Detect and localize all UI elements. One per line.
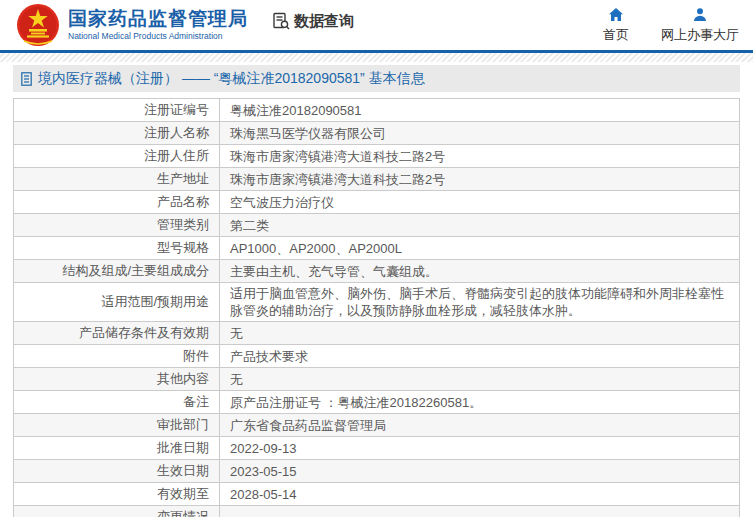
row-label-text: 管理类别 (157, 216, 209, 234)
row-value: 主要由主机、充气导管、气囊组成。 (220, 260, 739, 282)
registration-info-table: 注册证编号粤械注准20182090581注册人名称珠海黑马医学仪器有限公司注册人… (13, 98, 740, 517)
row-label-text: 附件 (183, 347, 209, 365)
row-value: 2028-05-14 (220, 483, 739, 505)
national-emblem-logo (16, 3, 60, 47)
row-value: 原产品注册证号 ：粤械注准20182260581。 (220, 391, 739, 413)
row-label: 备注 (14, 391, 220, 413)
header-nav: 首页 网上办事大厅 (603, 7, 739, 44)
table-row: 变更情况 (14, 506, 739, 517)
row-label-text: 产品储存条件及有效期 (79, 324, 209, 342)
nav-service-hall-label: 网上办事大厅 (661, 26, 739, 44)
table-row: 型号规格AP1000、AP2000、AP2000L (14, 237, 739, 260)
site-title: 国家药品监督管理局 (68, 8, 248, 30)
table-row: 注册人名称珠海黑马医学仪器有限公司 (14, 122, 739, 145)
hatch-strip (0, 53, 753, 62)
table-row: 审批部门广东省食品药品监督管理局 (14, 414, 739, 437)
row-label: 结构及组成/主要组成成分 (14, 260, 220, 282)
row-label-text: 结构及组成/主要组成成分 (62, 262, 209, 280)
row-label-text: 注册人住所 (144, 147, 209, 165)
row-label: 有效期至 (14, 483, 220, 505)
table-row: 其他内容无 (14, 368, 739, 391)
home-icon (608, 7, 624, 23)
row-value: 无 (220, 322, 739, 344)
row-label-text: 产品名称 (157, 193, 209, 211)
row-value: AP1000、AP2000、AP2000L (220, 237, 739, 259)
table-row: 有效期至2028-05-14 (14, 483, 739, 506)
table-row: 管理类别第二类 (14, 214, 739, 237)
table-row: 注册证编号粤械注准20182090581 (14, 99, 739, 122)
page-title-bar: 境内医疗器械（注册） —— “粤械注准20182090581” 基本信息 (13, 65, 740, 92)
row-label: 变更情况 (14, 506, 220, 517)
row-value: 产品技术要求 (220, 345, 739, 367)
row-label: 生产地址 (14, 168, 220, 190)
row-value: 无 (220, 368, 739, 390)
row-value (220, 506, 739, 517)
row-label: 注册人名称 (14, 122, 220, 144)
row-value: 粤械注准20182090581 (220, 99, 739, 121)
nav-home-label: 首页 (603, 26, 629, 44)
row-label: 注册人住所 (14, 145, 220, 167)
row-label: 适用范围/预期用途 (14, 283, 220, 321)
nav-home[interactable]: 首页 (603, 7, 629, 44)
document-search-icon (272, 12, 290, 30)
nav-service-hall[interactable]: 网上办事大厅 (661, 7, 739, 44)
row-label: 产品名称 (14, 191, 220, 213)
row-label: 管理类别 (14, 214, 220, 236)
row-value: 空气波压力治疗仪 (220, 191, 739, 213)
row-label: 审批部门 (14, 414, 220, 436)
page-title: 境内医疗器械（注册） —— “粤械注准20182090581” 基本信息 (38, 70, 425, 88)
row-value: 适用于脑血管意外、脑外伤、脑手术后、脊髓病变引起的肢体功能障碍和外周非栓塞性脉管… (220, 283, 739, 321)
table-row: 适用范围/预期用途适用于脑血管意外、脑外伤、脑手术后、脊髓病变引起的肢体功能障碍… (14, 283, 739, 322)
row-label-text: 生产地址 (157, 170, 209, 188)
row-label: 生效日期 (14, 460, 220, 482)
row-value: 2023-05-15 (220, 460, 739, 482)
row-label-text: 注册证编号 (144, 101, 209, 119)
table-row: 注册人住所珠海市唐家湾镇港湾大道科技二路2号 (14, 145, 739, 168)
row-value: 2022-09-13 (220, 437, 739, 459)
row-label: 附件 (14, 345, 220, 367)
row-label-text: 型号规格 (157, 239, 209, 257)
row-label-text: 备注 (183, 393, 209, 411)
row-value: 第二类 (220, 214, 739, 236)
row-label-text: 适用范围/预期用途 (101, 293, 209, 311)
data-query-nav[interactable]: 数据查询 (272, 12, 354, 31)
row-label: 型号规格 (14, 237, 220, 259)
row-value: 珠海市唐家湾镇港湾大道科技二路2号 (220, 168, 739, 190)
row-label: 批准日期 (14, 437, 220, 459)
row-label: 注册证编号 (14, 99, 220, 121)
row-label: 其他内容 (14, 368, 220, 390)
table-row: 批准日期2022-09-13 (14, 437, 739, 460)
row-label-text: 注册人名称 (144, 124, 209, 142)
row-value: 珠海黑马医学仪器有限公司 (220, 122, 739, 144)
row-label-text: 审批部门 (157, 416, 209, 434)
table-row: 附件产品技术要求 (14, 345, 739, 368)
row-label-text: 生效日期 (157, 462, 209, 480)
document-icon (21, 72, 32, 86)
row-value: 广东省食品药品监督管理局 (220, 414, 739, 436)
table-row: 生产地址珠海市唐家湾镇港湾大道科技二路2号 (14, 168, 739, 191)
brand-text: 国家药品监督管理局 National Medical Products Admi… (68, 8, 248, 42)
row-label-text: 其他内容 (157, 370, 209, 388)
data-query-label: 数据查询 (294, 12, 354, 31)
site-subtitle: National Medical Products Administration (68, 32, 248, 42)
row-label-text: 变更情况 (157, 508, 209, 517)
row-label: 产品储存条件及有效期 (14, 322, 220, 344)
table-row: 产品名称空气波压力治疗仪 (14, 191, 739, 214)
row-value: 珠海市唐家湾镇港湾大道科技二路2号 (220, 145, 739, 167)
table-row: 结构及组成/主要组成成分主要由主机、充气导管、气囊组成。 (14, 260, 739, 283)
row-label-text: 批准日期 (157, 439, 209, 457)
row-label-text: 有效期至 (157, 485, 209, 503)
header: 国家药品监督管理局 National Medical Products Admi… (0, 0, 753, 50)
table-row: 生效日期2023-05-15 (14, 460, 739, 483)
brand: 国家药品监督管理局 National Medical Products Admi… (16, 3, 248, 47)
table-row: 产品储存条件及有效期无 (14, 322, 739, 345)
table-row: 备注原产品注册证号 ：粤械注准20182260581。 (14, 391, 739, 414)
person-icon (692, 7, 708, 23)
